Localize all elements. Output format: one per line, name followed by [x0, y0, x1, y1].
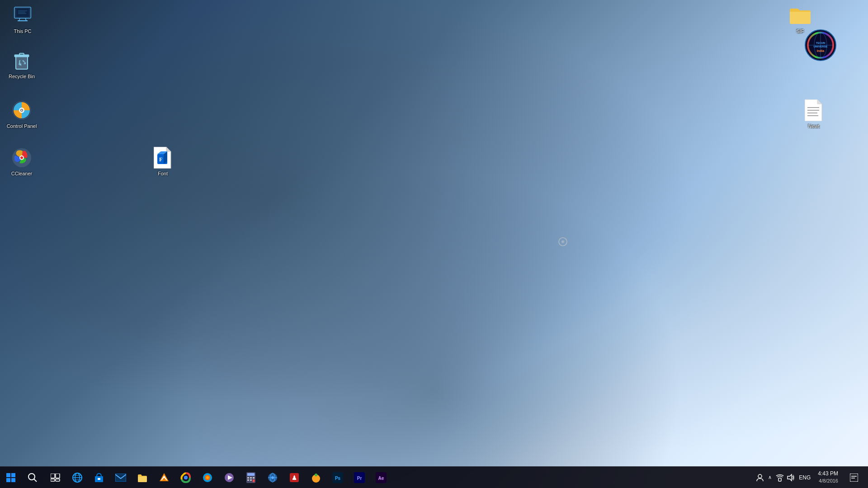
- svg-rect-70: [247, 473, 255, 476]
- svg-point-19: [20, 156, 23, 159]
- notification-center-button[interactable]: [844, 468, 864, 488]
- svg-rect-46: [56, 474, 60, 478]
- svg-rect-75: [250, 479, 252, 481]
- premiere-icon: Pr: [354, 472, 365, 483]
- text-file-icon: [803, 99, 825, 121]
- volume-icon[interactable]: [786, 473, 795, 482]
- desktop-icon-ccleaner[interactable]: CCleaner: [4, 147, 40, 177]
- people-taskbar-icon: [756, 474, 764, 482]
- svg-rect-74: [247, 479, 249, 481]
- taskbar-app-link[interactable]: ♟: [284, 468, 305, 488]
- svg-point-63: [184, 476, 188, 479]
- task-view-icon: [51, 474, 61, 482]
- file-explorer-icon: [137, 473, 148, 483]
- svg-marker-94: [788, 474, 792, 481]
- svg-rect-76: [253, 479, 255, 482]
- control-panel-icon: [11, 99, 33, 121]
- svg-text:♟: ♟: [292, 474, 297, 481]
- tech-universe-icon: TECHN UNIVERSE India: [805, 29, 836, 61]
- svg-rect-45: [51, 474, 55, 478]
- desktop-icon-tech-universe[interactable]: TECHN UNIVERSE India: [800, 29, 841, 63]
- clock-date: 4/8/2016: [819, 478, 838, 484]
- app3-icon: [311, 472, 321, 483]
- language-indicator[interactable]: ENG: [797, 473, 812, 482]
- text-file-label: New‍t: [808, 123, 819, 129]
- taskbar-file-explorer[interactable]: [132, 468, 153, 488]
- taskbar-premiere[interactable]: Pr: [349, 468, 370, 488]
- svg-rect-55: [98, 478, 100, 480]
- desktop-icon-this-pc[interactable]: This PC: [5, 5, 41, 34]
- taskbar-app3[interactable]: [306, 468, 326, 488]
- svg-text:F: F: [159, 156, 162, 163]
- svg-rect-73: [253, 477, 255, 479]
- taskbar: ♟ Ps Pr: [0, 466, 868, 488]
- svg-point-92: [758, 474, 762, 478]
- internet-explorer-icon: [72, 472, 83, 483]
- globe-app-icon: [267, 472, 278, 483]
- taskbar-pinned-apps: ♟ Ps Pr: [43, 467, 752, 488]
- photoshop-icon: Ps: [332, 472, 343, 483]
- taskbar-clock[interactable]: 4:43 PM 4/8/2016: [814, 470, 842, 484]
- mail-icon: [115, 474, 126, 482]
- font-icon: F: [152, 147, 174, 169]
- system-tray: ∧ ENG 4:43 PM 4/8/2016: [752, 468, 868, 488]
- after-effects-icon: Ae: [376, 472, 387, 483]
- taskbar-after-effects[interactable]: Ae: [371, 468, 392, 488]
- search-icon: [28, 473, 38, 483]
- clock-time: 4:43 PM: [818, 470, 838, 478]
- stremio-icon: [224, 472, 235, 483]
- ccleaner-label: CCleaner: [11, 170, 32, 177]
- desktop-icon-text-file[interactable]: New‍t: [796, 99, 832, 129]
- taskbar-ms-store[interactable]: [89, 468, 109, 488]
- network-icon[interactable]: [775, 473, 784, 482]
- font-label: Font: [158, 170, 168, 177]
- desktop-icon-font[interactable]: F Font: [145, 147, 181, 177]
- vlc-icon: [159, 472, 170, 483]
- svg-text:TECHN: TECHN: [816, 42, 826, 44]
- windows-logo-icon: [6, 473, 15, 482]
- taskbar-app-globe[interactable]: [262, 468, 283, 488]
- control-panel-label: Control Panel: [7, 123, 37, 129]
- desktop: This PC Recycle Bin: [0, 0, 868, 488]
- calculator-icon: [246, 472, 255, 483]
- svg-text:Ae: Ae: [378, 476, 384, 481]
- taskbar-photoshop[interactable]: Ps: [327, 468, 348, 488]
- svg-point-43: [28, 474, 35, 480]
- this-pc-label: This PC: [14, 28, 31, 34]
- svg-rect-57: [115, 474, 126, 482]
- search-button[interactable]: [22, 467, 43, 488]
- svg-rect-10: [16, 56, 28, 69]
- taskbar-task-view[interactable]: [45, 468, 66, 488]
- svg-rect-93: [778, 478, 781, 481]
- volume-taskbar-icon: [787, 474, 795, 482]
- svg-point-16: [21, 110, 23, 111]
- taskbar-stremio[interactable]: [219, 468, 240, 488]
- svg-point-66: [206, 476, 209, 479]
- this-pc-icon: [12, 5, 33, 26]
- svg-text:Pr: Pr: [357, 476, 362, 481]
- taskbar-chrome[interactable]: [175, 468, 196, 488]
- svg-rect-12: [19, 53, 24, 55]
- svg-rect-2: [16, 9, 29, 17]
- svg-point-80: [271, 476, 274, 479]
- taskbar-calculator[interactable]: [241, 468, 261, 488]
- taskbar-ie[interactable]: [67, 468, 88, 488]
- svg-rect-48: [56, 479, 60, 481]
- mouse-cursor: [558, 237, 567, 246]
- notification-icon: [850, 474, 858, 482]
- start-button[interactable]: [0, 467, 22, 488]
- taskbar-mail[interactable]: [110, 468, 131, 488]
- svg-text:UNIVERSE: UNIVERSE: [814, 45, 828, 48]
- show-hidden-icons-button[interactable]: ∧: [766, 474, 774, 481]
- desktop-icon-recycle-bin[interactable]: Recycle Bin: [4, 50, 40, 80]
- firefox-icon: [202, 472, 213, 483]
- svg-point-41: [559, 238, 567, 246]
- taskbar-firefox[interactable]: [197, 468, 218, 488]
- network-taskbar-icon: [776, 474, 784, 482]
- svg-line-44: [34, 479, 37, 482]
- ccleaner-icon: [11, 147, 33, 169]
- svg-point-42: [561, 240, 564, 243]
- desktop-icon-control-panel[interactable]: Control Panel: [4, 99, 40, 129]
- people-icon[interactable]: [755, 473, 764, 482]
- taskbar-vlc[interactable]: [154, 468, 175, 488]
